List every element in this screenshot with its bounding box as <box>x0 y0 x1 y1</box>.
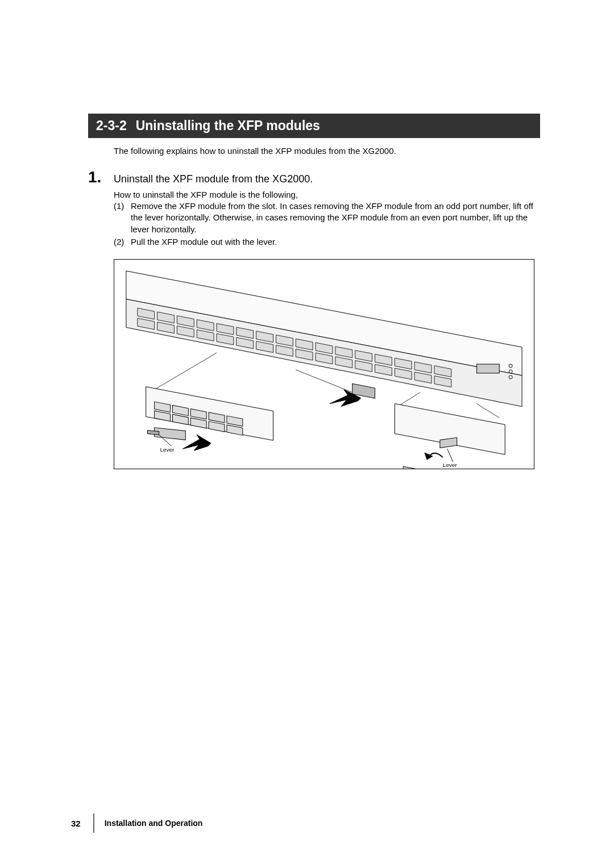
device-diagram-svg: Lever Lever <box>114 260 534 469</box>
svg-point-33 <box>509 364 512 368</box>
step-number: 1. <box>88 168 114 186</box>
page-footer: 32 Installation and Operation <box>71 813 202 833</box>
lever-label-left: Lever <box>160 446 175 453</box>
substep-2: (2) Pull the XFP module out with the lev… <box>114 236 540 248</box>
svg-point-34 <box>509 370 512 373</box>
svg-line-61 <box>447 449 453 462</box>
section-number: 2-3-2 <box>96 118 127 133</box>
svg-point-35 <box>509 375 512 379</box>
figure-device-illustration: Lever Lever <box>114 259 534 469</box>
page-number: 32 <box>71 819 81 828</box>
lever-label-right: Lever <box>443 462 458 468</box>
section-title: Uninstalling the XFP modules <box>136 118 320 133</box>
substep-2-text: Pull the XFP module out with the lever. <box>131 236 540 248</box>
step-heading: 1. Uninstall the XPF module from the XG2… <box>88 168 540 186</box>
section-intro: The following explains how to uninstall … <box>114 146 540 156</box>
step-lead: How to uninstall the XFP module is the f… <box>114 190 540 199</box>
section-header: 2-3-2Uninstalling the XFP modules <box>88 114 540 138</box>
svg-rect-50 <box>403 466 418 469</box>
substep-1-text: Remove the XFP module from the slot. In … <box>131 201 540 235</box>
substep-1-number: (1) <box>114 201 131 212</box>
footer-divider <box>93 813 94 833</box>
step-title: Uninstall the XPF module from the XG2000… <box>114 173 313 185</box>
svg-rect-32 <box>477 364 500 373</box>
footer-chapter: Installation and Operation <box>105 819 203 828</box>
substep-2-number: (2) <box>114 236 131 248</box>
substep-1: (1) Remove the XFP module from the slot.… <box>114 201 540 235</box>
